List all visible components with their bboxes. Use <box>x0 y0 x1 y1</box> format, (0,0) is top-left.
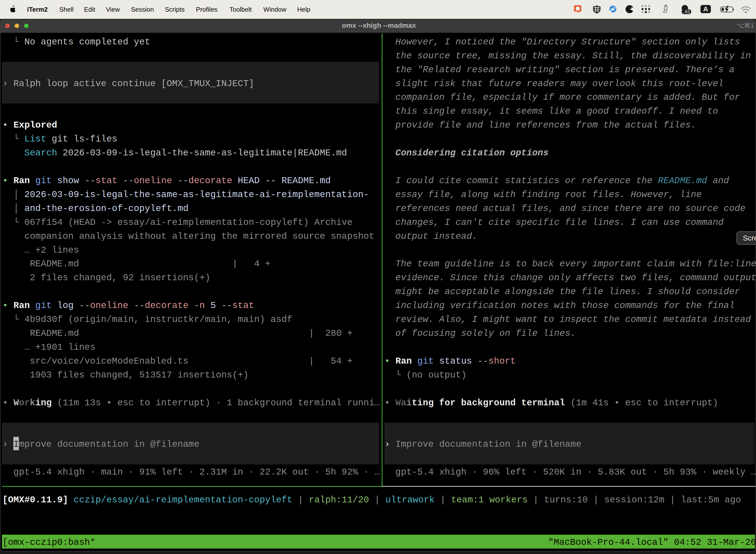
svg-text:..61: ..61 <box>683 9 690 14</box>
svg-text:A: A <box>703 5 708 13</box>
